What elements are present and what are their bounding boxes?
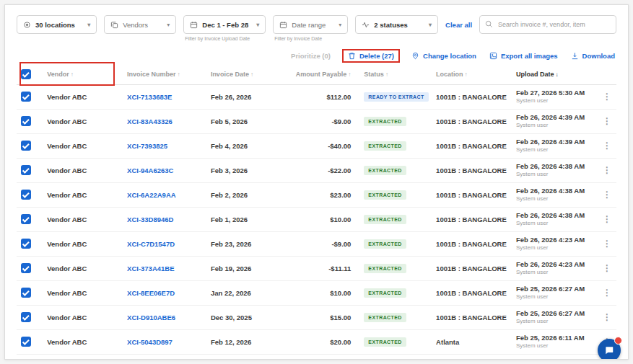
kebab-menu-icon[interactable]: ⋮ bbox=[603, 116, 611, 126]
table-row[interactable]: Vendor ABC XCI-C7D1547D Feb 23, 2026 -$9… bbox=[17, 231, 616, 256]
table-row[interactable]: Vendor ABC XCI-D910ABE6 Dec 30, 2025 $15… bbox=[17, 305, 616, 329]
clear-all-filters-link[interactable]: Clear all bbox=[445, 21, 472, 29]
column-header-status[interactable]: Status↑ bbox=[355, 65, 432, 84]
row-checkbox[interactable] bbox=[21, 239, 31, 249]
invoice-number-link[interactable]: XCI-8EE06E7D bbox=[127, 289, 175, 297]
invoice-number-link[interactable]: XCI-33D8946D bbox=[127, 216, 173, 223]
kebab-menu-icon[interactable]: ⋮ bbox=[603, 92, 611, 102]
amount-payable-cell: $10.00 bbox=[287, 207, 356, 231]
kebab-menu-icon[interactable]: ⋮ bbox=[603, 312, 611, 322]
row-checkbox[interactable] bbox=[21, 141, 31, 151]
invoices-page: 30 locations ▾ Vendors ▾ Dec 1 - Feb 28 … bbox=[5, 5, 628, 359]
invoice-number-link[interactable]: XCI-83A43326 bbox=[127, 117, 173, 125]
table-row[interactable]: Vendor ABC XCI-373A41BE Feb 19, 2026 -$1… bbox=[17, 256, 616, 280]
table-row[interactable]: Vendor ABC XCI-7133683E Feb 26, 2026 $11… bbox=[17, 84, 616, 109]
invoice-number-link[interactable]: XCI-D910ABE6 bbox=[127, 314, 175, 321]
location-cell: 1001B : BANGALORE bbox=[432, 109, 512, 133]
column-header-invoice-date[interactable]: Invoice Date↑ bbox=[206, 65, 287, 84]
row-checkbox[interactable] bbox=[21, 92, 31, 102]
table-row[interactable]: Vendor ABC XCI-5043D897 Feb 12, 2026 $20… bbox=[17, 329, 616, 354]
table-row[interactable]: Vendor ABC XCI-94A6263C Feb 3, 2026 -$22… bbox=[17, 158, 616, 182]
row-checkbox[interactable] bbox=[21, 165, 31, 175]
invoice-number-link[interactable]: XCI-6A22A9AA bbox=[127, 191, 176, 199]
kebab-menu-icon[interactable]: ⋮ bbox=[603, 288, 611, 298]
invoice-number-link[interactable]: XCI-5043D897 bbox=[127, 338, 173, 346]
table-row[interactable]: Vendor ABC XCI-8EE06E7D Jan 22, 2026 $10… bbox=[17, 280, 616, 305]
row-checkbox[interactable] bbox=[21, 312, 31, 322]
upload-date-filter[interactable]: Dec 1 - Feb 28 ▾ bbox=[183, 15, 266, 34]
invoice-date-filter[interactable]: Date range ▾ bbox=[273, 15, 348, 34]
invoice-date-cell: Feb 3, 2026 bbox=[206, 158, 287, 182]
invoice-date-filter-label: Date range bbox=[292, 21, 326, 29]
invoice-date-cell: Feb 26, 2026 bbox=[206, 84, 287, 109]
action-bar: Prioritize (0) Delete (27) Change locati… bbox=[17, 50, 615, 61]
location-cell: 1001B : BANGALORE bbox=[432, 182, 512, 207]
upload-date-filter-label: Dec 1 - Feb 28 bbox=[202, 21, 248, 29]
export-all-images-label: Export all images bbox=[501, 52, 558, 60]
kebab-menu-icon[interactable]: ⋮ bbox=[603, 165, 611, 175]
amount-payable-cell: -$9.00 bbox=[287, 231, 356, 256]
trash-icon bbox=[348, 52, 356, 60]
kebab-menu-icon[interactable]: ⋮ bbox=[603, 263, 611, 273]
sort-asc-icon: ↑ bbox=[348, 71, 351, 78]
invoice-date-filter-helper: Filter by Invoice Date bbox=[273, 36, 348, 41]
status-badge: EXTRACTED bbox=[364, 313, 406, 322]
locations-filter[interactable]: 30 locations ▾ bbox=[17, 15, 97, 34]
table-row[interactable]: Vendor ABC XCI-6A22A9AA Feb 2, 2026 $23.… bbox=[17, 182, 616, 207]
kebab-menu-icon[interactable]: ⋮ bbox=[603, 190, 611, 200]
amount-payable-cell: -$22.00 bbox=[287, 158, 356, 182]
upload-date: Feb 25, 2026 6:27 AM bbox=[516, 285, 593, 293]
select-all-checkbox[interactable] bbox=[21, 69, 31, 79]
invoice-number-link[interactable]: XCI-94A6263C bbox=[127, 167, 173, 174]
amount-payable-cell: -$40.00 bbox=[287, 133, 356, 158]
amount-payable-cell: -$9.00 bbox=[287, 109, 356, 133]
download-icon bbox=[571, 52, 579, 60]
vendors-filter[interactable]: Vendors ▾ bbox=[104, 15, 176, 34]
vendor-cell: Vendor ABC bbox=[43, 158, 123, 182]
row-checkbox[interactable] bbox=[21, 288, 31, 298]
table-row[interactable]: Vendor ABC XCI-33D8946D Feb 1, 2026 $10.… bbox=[17, 207, 616, 231]
table-row[interactable]: Vendor ABC XCI-7393825 Feb 4, 2026 -$40.… bbox=[17, 133, 616, 158]
activity-icon bbox=[362, 21, 370, 29]
upload-date-filter-helper: Filter by Invoice Upload Date bbox=[183, 36, 266, 41]
row-checkbox[interactable] bbox=[21, 190, 31, 200]
kebab-menu-icon[interactable]: ⋮ bbox=[603, 214, 611, 224]
chat-widget-button[interactable] bbox=[598, 339, 621, 360]
upload-user: System user bbox=[516, 171, 593, 178]
column-header-invoice-number[interactable]: Invoice Number↑ bbox=[123, 65, 206, 84]
column-header-upload-date[interactable]: Upload Date↓ bbox=[512, 65, 598, 84]
row-checkbox[interactable] bbox=[21, 263, 31, 273]
vendor-cell: Vendor ABC bbox=[43, 133, 123, 158]
row-checkbox[interactable] bbox=[21, 116, 31, 126]
column-header-vendor[interactable]: Vendor↑ bbox=[43, 65, 123, 84]
amount-payable-cell: $15.00 bbox=[287, 305, 356, 329]
change-location-button[interactable]: Change location bbox=[411, 52, 476, 60]
upload-date: Feb 27, 2026 5:30 AM bbox=[516, 89, 593, 97]
status-badge: EXTRACTED bbox=[364, 264, 406, 273]
chevron-down-icon: ▾ bbox=[87, 22, 90, 28]
upload-date: Feb 26, 2026 4:23 AM bbox=[516, 236, 593, 244]
delete-button[interactable]: Delete (27) bbox=[342, 49, 400, 63]
prioritize-button[interactable]: Prioritize (0) bbox=[291, 52, 331, 60]
upload-date: Feb 26, 2026 4:23 AM bbox=[516, 260, 593, 269]
amount-payable-cell: $20.00 bbox=[287, 329, 356, 354]
search-input[interactable] bbox=[479, 15, 616, 34]
location-target-icon bbox=[23, 21, 31, 29]
export-all-images-button[interactable]: Export all images bbox=[489, 52, 558, 60]
column-header-actions bbox=[598, 65, 616, 84]
download-button[interactable]: Download bbox=[571, 52, 615, 60]
kebab-menu-icon[interactable]: ⋮ bbox=[603, 239, 611, 249]
row-checkbox[interactable] bbox=[21, 214, 31, 224]
invoice-number-link[interactable]: XCI-7133683E bbox=[127, 93, 172, 101]
invoice-number-link[interactable]: XCI-7393825 bbox=[127, 142, 167, 150]
column-header-amount-payable[interactable]: Amount Payable↑ bbox=[287, 65, 356, 84]
table-row[interactable]: Vendor ABC XCI-83A43326 Feb 5, 2026 -$9.… bbox=[17, 109, 616, 133]
invoice-number-link[interactable]: XCI-C7D1547D bbox=[127, 240, 175, 248]
statuses-filter[interactable]: 2 statuses ▾ bbox=[355, 15, 438, 34]
chevron-down-icon: ▾ bbox=[339, 22, 341, 28]
column-header-location[interactable]: Location↑ bbox=[432, 65, 512, 84]
invoice-number-link[interactable]: XCI-373A41BE bbox=[127, 265, 174, 272]
locations-filter-label: 30 locations bbox=[35, 21, 75, 29]
row-checkbox[interactable] bbox=[21, 337, 31, 347]
kebab-menu-icon[interactable]: ⋮ bbox=[603, 141, 611, 151]
